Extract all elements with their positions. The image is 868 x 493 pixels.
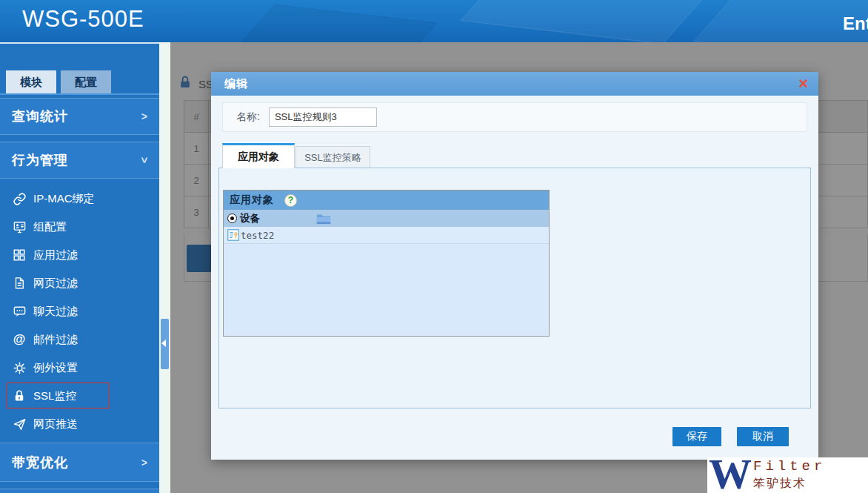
company-name: 笨驴技术 <box>753 475 826 491</box>
page-icon <box>12 276 27 291</box>
help-icon[interactable]: ? <box>284 194 297 207</box>
sidebar-tab-config[interactable]: 配置 <box>61 70 111 93</box>
chat-icon <box>12 304 27 319</box>
keyboard-deco <box>693 0 868 42</box>
collapse-arrow-icon <box>161 340 166 347</box>
sidebar-section-partial <box>0 489 159 493</box>
edit-dialog: 编辑 × 名称: 应用对象 SSL监控策略 应用对象 ? 设备 <box>211 72 818 460</box>
grid-icon <box>12 248 27 262</box>
sidebar-collapse-strip <box>159 42 170 493</box>
sidebar-item-group-config[interactable]: 组配置 <box>0 213 159 241</box>
id-card-icon <box>12 219 27 234</box>
divider <box>0 93 159 95</box>
header-right-text: Ent <box>843 13 868 34</box>
certificate-icon <box>227 229 239 241</box>
object-tree-header: 应用对象 ? <box>224 191 549 210</box>
sidebar-tab-modules[interactable]: 模块 <box>6 70 56 93</box>
name-label: 名称: <box>236 110 260 124</box>
sidebar-section-behavior-mgmt[interactable]: 行为管理 > <box>0 142 159 179</box>
apply-objects-panel: 应用对象 ? 设备 <box>218 168 811 408</box>
link-icon <box>12 191 27 206</box>
sidebar-item-exception-settings[interactable]: 例外设置 <box>0 354 159 382</box>
sidebar: 模块 配置 查询统计 > 行为管理 > IP-MAC绑定 <box>0 42 159 493</box>
name-input[interactable] <box>269 107 377 127</box>
gear-icon <box>12 360 27 375</box>
object-tree-box: 应用对象 ? 设备 <box>223 190 550 337</box>
tab-apply-objects[interactable]: 应用对象 <box>222 143 295 168</box>
sidebar-section-query-stats[interactable]: 查询统计 > <box>0 98 159 135</box>
keyboard-deco <box>460 0 710 42</box>
close-icon[interactable]: × <box>798 74 808 93</box>
chevron-right-icon: > <box>141 110 147 122</box>
logo-w: W <box>709 457 752 493</box>
chevron-right-icon: > <box>141 457 147 469</box>
sidebar-collapse-handle[interactable] <box>161 319 169 369</box>
sidebar-item-chat-filter[interactable]: 聊天过滤 <box>0 297 159 325</box>
sidebar-section-bandwidth-opt[interactable]: 带宽优化 > <box>0 443 159 482</box>
sidebar-item-ssl-monitor[interactable]: SSL监控 <box>0 382 159 410</box>
cancel-button[interactable]: 取消 <box>737 427 789 446</box>
tab-ssl-policy[interactable]: SSL监控策略 <box>296 146 370 168</box>
device-radio-row[interactable]: 设备 <box>224 210 549 227</box>
list-item-test22[interactable]: test22 <box>224 227 549 244</box>
sidebar-menu: IP-MAC绑定 组配置 <box>0 185 159 438</box>
top-header: WSG-500E Ent <box>0 0 868 42</box>
app-window: WSG-500E Ent 模块 配置 查询统计 > 行为管理 > IP-MAC绑… <box>0 0 868 493</box>
save-button[interactable]: 保存 <box>672 427 721 446</box>
at-icon: @ <box>12 332 27 347</box>
paper-plane-icon <box>12 417 27 431</box>
brand-watermark: W Filter 笨驴技术 <box>707 457 868 493</box>
keyboard-deco <box>230 4 438 42</box>
dialog-header[interactable]: 编辑 × <box>211 72 818 96</box>
dialog-title: 编辑 <box>224 77 248 91</box>
sidebar-item-web-filter[interactable]: 网页过滤 <box>0 269 159 297</box>
product-title: WSG-500E <box>22 6 144 33</box>
name-field-row: 名称: <box>222 102 807 132</box>
sidebar-item-web-push[interactable]: 网页推送 <box>0 410 159 438</box>
brand-name: Filter <box>753 458 826 475</box>
radio-selected-icon[interactable] <box>227 214 237 223</box>
sidebar-item-app-filter[interactable]: 应用过滤 <box>0 241 159 269</box>
lock-icon <box>12 388 27 403</box>
folder-icon <box>316 213 331 225</box>
chevron-down-icon: > <box>138 157 150 163</box>
sidebar-item-ip-mac-binding[interactable]: IP-MAC绑定 <box>0 185 159 213</box>
sidebar-item-mail-filter[interactable]: @ 邮件过滤 <box>0 325 159 354</box>
